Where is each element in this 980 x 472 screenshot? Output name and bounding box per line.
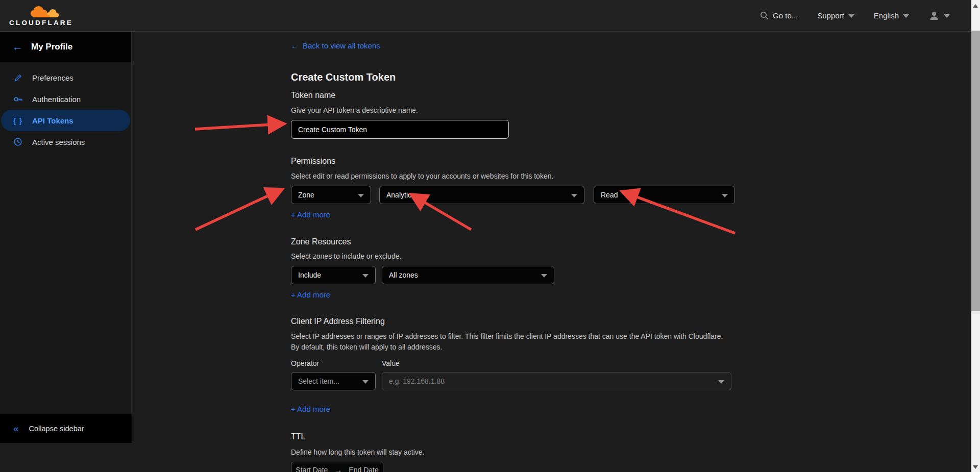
permission-access-select[interactable]: Read	[594, 186, 735, 204]
cloudflare-logo[interactable]: CLOUDFLARE	[9, 5, 66, 27]
vertical-scrollbar[interactable]	[971, 0, 980, 472]
logo-wordmark: CLOUDFLARE	[9, 19, 66, 27]
chevron-down-icon	[541, 274, 547, 278]
back-to-tokens-link[interactable]: ← Back to view all tokens	[291, 41, 380, 50]
zone-target-select[interactable]: All zones	[382, 266, 554, 284]
support-menu[interactable]: Support	[817, 11, 854, 20]
ip-operator-select[interactable]: Select item...	[291, 372, 376, 390]
permissions-label: Permissions	[291, 157, 971, 166]
sidebar-item-active-sessions[interactable]: Active sessions	[1, 131, 130, 153]
token-name-input[interactable]	[291, 120, 509, 139]
chevron-down-icon	[944, 14, 950, 18]
zone-resources-add-more-link[interactable]: + Add more	[291, 290, 330, 299]
sidebar-item-api-tokens[interactable]: { } API Tokens	[1, 110, 130, 131]
token-name-description: Give your API token a descriptive name.	[291, 105, 971, 116]
cloudflare-cloud-icon	[29, 5, 61, 18]
sidebar-header: ← My Profile	[0, 32, 131, 62]
chevron-down-icon	[362, 380, 369, 384]
ip-value-select[interactable]: e.g. 192.168.1.88	[382, 372, 731, 390]
permission-group-select[interactable]: Analytics	[379, 186, 584, 204]
collapse-sidebar-button[interactable]: « Collapse sidebar	[0, 414, 132, 443]
client-ip-add-more-link[interactable]: + Add more	[291, 405, 330, 413]
sidebar-item-label: Preferences	[32, 73, 74, 82]
search-icon	[760, 11, 769, 20]
value-label: Value	[382, 359, 400, 367]
scroll-up-icon[interactable]	[973, 4, 978, 8]
go-to-label: Go to...	[773, 11, 798, 20]
profile-sidebar: ← My Profile Preferences Authentication …	[0, 32, 132, 443]
ttl-label: TTL	[291, 432, 971, 441]
client-ip-label: Client IP Address Filtering	[291, 317, 971, 326]
account-menu[interactable]	[928, 10, 950, 21]
sidebar-title: My Profile	[31, 42, 72, 52]
chevron-down-icon	[848, 14, 854, 18]
support-label: Support	[817, 11, 844, 20]
zone-resources-description: Select zones to include or exclude.	[291, 251, 971, 262]
right-arrow-icon: →	[334, 465, 342, 472]
language-label: English	[874, 11, 899, 20]
page-title: Create Custom Token	[291, 71, 971, 83]
scrollbar-thumb[interactable]	[971, 31, 980, 311]
language-menu[interactable]: English	[874, 11, 909, 20]
braces-icon: { }	[12, 116, 23, 125]
back-arrow-icon: ←	[291, 41, 299, 50]
chevron-down-icon	[571, 194, 577, 197]
zone-include-select[interactable]: Include	[291, 266, 376, 284]
permissions-add-more-link[interactable]: + Add more	[291, 210, 330, 219]
clock-icon	[12, 137, 23, 146]
token-name-label: Token name	[291, 91, 971, 100]
end-date-label: End Date	[349, 466, 378, 472]
sidebar-item-authentication[interactable]: Authentication	[1, 88, 130, 110]
user-icon	[928, 10, 940, 21]
back-arrow-icon[interactable]: ←	[12, 41, 23, 53]
permission-scope-select[interactable]: Zone	[291, 186, 371, 204]
main-content: ← Back to view all tokens Create Custom …	[132, 32, 971, 472]
permissions-description: Select edit or read permissions to apply…	[291, 171, 971, 182]
chevron-down-icon	[362, 274, 369, 278]
sidebar-item-label: API Tokens	[32, 116, 74, 125]
chevron-down-icon	[718, 380, 724, 384]
ttl-description: Define how long this token will stay act…	[291, 447, 971, 458]
sidebar-item-label: Active sessions	[32, 138, 85, 146]
client-ip-description: Select IP addresses or ranges of IP addr…	[291, 331, 729, 353]
collapse-sidebar-label: Collapse sidebar	[29, 425, 84, 433]
operator-label: Operator	[291, 359, 382, 367]
ttl-date-range-picker[interactable]: Start Date → End Date	[291, 462, 383, 472]
go-to-search[interactable]: Go to...	[760, 11, 798, 20]
chevron-down-icon	[722, 194, 728, 197]
pencil-icon	[12, 73, 23, 82]
sidebar-item-label: Authentication	[32, 95, 81, 104]
scroll-down-icon[interactable]	[973, 465, 978, 469]
top-bar: CLOUDFLARE Go to... Support English	[0, 0, 971, 32]
sidebar-item-preferences[interactable]: Preferences	[1, 67, 130, 88]
chevron-down-icon	[903, 14, 909, 18]
zone-resources-label: Zone Resources	[291, 237, 971, 246]
start-date-label: Start Date	[296, 466, 328, 472]
chevron-down-icon	[358, 194, 364, 197]
key-icon	[12, 94, 23, 104]
double-chevron-left-icon: «	[13, 423, 19, 434]
